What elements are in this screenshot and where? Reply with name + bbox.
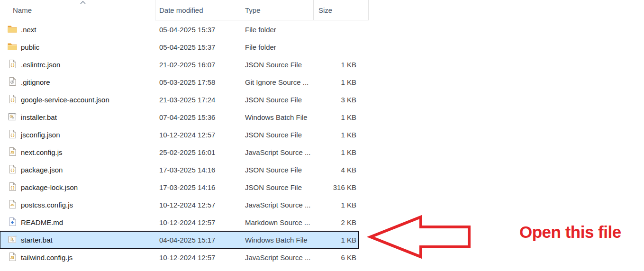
folder-icon <box>8 25 17 35</box>
file-type-cell: Git Ignore Source ... <box>241 73 314 91</box>
file-size: 3 KB <box>341 96 356 104</box>
file-row[interactable]: README.md 10-12-2024 12:57 Markdown Sour… <box>0 214 359 231</box>
file-name-cell: .gitignore <box>0 73 155 91</box>
file-size-cell: 1 KB <box>314 108 359 126</box>
batch-file-icon <box>8 235 17 244</box>
column-header-row: Name Date modified Type Size <box>0 0 369 20</box>
file-type: JavaScript Source ... <box>245 201 310 209</box>
file-type: File folder <box>245 26 276 34</box>
file-row[interactable]: {} google-service-account.json 21-03-202… <box>0 91 359 108</box>
json-file-icon: {} <box>8 165 17 175</box>
javascript-file-icon: JS <box>8 148 17 157</box>
markdown-file-icon <box>9 217 16 227</box>
file-type-cell: File folder <box>241 38 314 56</box>
svg-text:JS: JS <box>10 151 14 154</box>
file-name: README.md <box>21 218 63 226</box>
annotation-text: Open this file <box>519 223 621 242</box>
file-row[interactable]: public 05-04-2025 15:37 File folder <box>0 38 359 56</box>
file-date-cell: 05-03-2025 17:58 <box>155 73 241 91</box>
file-date-modified: 10-12-2024 12:57 <box>159 131 215 139</box>
batch-file-icon <box>8 235 17 245</box>
javascript-file-icon: JS <box>8 253 17 262</box>
file-name-cell: public <box>0 38 155 56</box>
file-size-cell: 2 KB <box>314 214 359 231</box>
file-date-cell: 04-04-2025 15:17 <box>155 231 241 249</box>
annotation-arrow-left-icon <box>364 214 474 260</box>
file-name-cell: installer.bat <box>0 108 155 126</box>
file-date-cell: 21-03-2025 17:24 <box>155 91 241 108</box>
column-header-date-modified[interactable]: Date modified <box>155 0 241 20</box>
file-size: 1 KB <box>341 236 356 244</box>
file-date-modified: 10-12-2024 12:57 <box>159 253 215 262</box>
file-size: 316 KB <box>333 183 356 191</box>
file-size-cell: 316 KB <box>314 179 359 196</box>
file-row[interactable]: JS tailwind.config.js 10-12-2024 12:57 J… <box>0 249 359 266</box>
file-name-cell: JS postcss.config.js <box>0 196 155 214</box>
file-type: JSON Source File <box>245 183 302 191</box>
file-row[interactable]: .gitignore 05-03-2025 17:58 Git Ignore S… <box>0 73 359 91</box>
file-row[interactable]: {} .eslintrc.json 21-02-2025 16:07 JSON … <box>0 56 359 73</box>
file-date-cell: 21-02-2025 16:07 <box>155 56 241 73</box>
file-type: Windows Batch File <box>245 113 308 121</box>
file-date-modified: 21-03-2025 17:24 <box>159 96 215 104</box>
file-row[interactable]: {} package.json 17-03-2025 14:16 JSON So… <box>0 161 359 179</box>
json-file-icon: {} <box>9 130 16 140</box>
file-size: 1 KB <box>341 61 356 69</box>
file-type-cell: JSON Source File <box>241 179 314 196</box>
file-name: package-lock.json <box>21 183 78 191</box>
file-name: .gitignore <box>21 78 50 86</box>
file-type: JSON Source File <box>245 96 302 104</box>
file-date-modified: 25-02-2025 16:01 <box>159 148 215 156</box>
file-name-cell: starter.bat <box>0 231 155 249</box>
file-date-modified: 21-02-2025 16:07 <box>159 61 215 69</box>
column-header-size[interactable]: Size <box>314 0 369 20</box>
file-name-cell: {} package-lock.json <box>0 179 155 196</box>
file-name: tailwind.config.js <box>21 253 73 262</box>
file-date-cell: 17-03-2025 14:16 <box>155 179 241 196</box>
file-date-modified: 04-04-2025 15:17 <box>159 236 215 244</box>
file-type-cell: JSON Source File <box>241 161 314 179</box>
file-row[interactable]: {} jsconfig.json 10-12-2024 12:57 JSON S… <box>0 126 359 144</box>
file-type: File folder <box>245 43 276 51</box>
column-header-size-label: Size <box>318 6 332 14</box>
file-row[interactable]: starter.bat 04-04-2025 15:17 Windows Bat… <box>0 231 359 249</box>
svg-text:JS: JS <box>10 256 14 259</box>
file-size-cell: 4 KB <box>314 161 359 179</box>
file-date-modified: 17-03-2025 14:16 <box>159 166 215 174</box>
javascript-file-icon: JS <box>8 200 17 210</box>
file-size: 1 KB <box>341 113 356 121</box>
file-row[interactable]: {} package-lock.json 17-03-2025 14:16 JS… <box>0 179 359 196</box>
file-size-cell: 1 KB <box>314 56 359 73</box>
svg-text:JS: JS <box>10 203 14 207</box>
file-date-cell: 25-02-2025 16:01 <box>155 144 241 161</box>
file-size: 1 KB <box>341 201 356 209</box>
svg-text:{}: {} <box>10 63 15 67</box>
json-file-icon: {} <box>9 60 16 70</box>
file-name-cell: JS next.config.js <box>0 144 155 161</box>
json-file-icon: {} <box>8 183 17 192</box>
file-date-cell: 05-04-2025 15:37 <box>155 21 241 38</box>
file-row[interactable]: .next 05-04-2025 15:37 File folder <box>0 21 359 38</box>
file-type-cell: Windows Batch File <box>241 108 314 126</box>
file-type-cell: JavaScript Source ... <box>241 249 314 266</box>
file-name: .next <box>21 26 36 34</box>
file-row[interactable]: JS next.config.js 25-02-2025 16:01 JavaS… <box>0 144 359 161</box>
json-file-icon: {} <box>8 60 17 70</box>
file-size-cell <box>314 21 359 38</box>
file-name: google-service-account.json <box>21 96 109 104</box>
column-header-type[interactable]: Type <box>241 0 314 20</box>
file-size: 4 KB <box>341 166 356 174</box>
column-header-date-label: Date modified <box>159 6 203 14</box>
file-row[interactable]: JS postcss.config.js 10-12-2024 12:57 Ja… <box>0 196 359 214</box>
sort-ascending-icon[interactable] <box>80 0 86 5</box>
file-size-cell <box>314 38 359 56</box>
file-type-cell: JSON Source File <box>241 56 314 73</box>
gitignore-file-icon <box>8 78 17 87</box>
file-size-cell: 1 KB <box>314 126 359 144</box>
column-header-name[interactable]: Name <box>0 0 155 20</box>
file-row[interactable]: installer.bat 07-04-2025 15:36 Windows B… <box>0 108 359 126</box>
file-type-cell: File folder <box>241 21 314 38</box>
file-type-cell: Markdown Source ... <box>241 214 314 231</box>
folder-icon <box>8 43 17 52</box>
markdown-file-icon <box>8 218 17 227</box>
